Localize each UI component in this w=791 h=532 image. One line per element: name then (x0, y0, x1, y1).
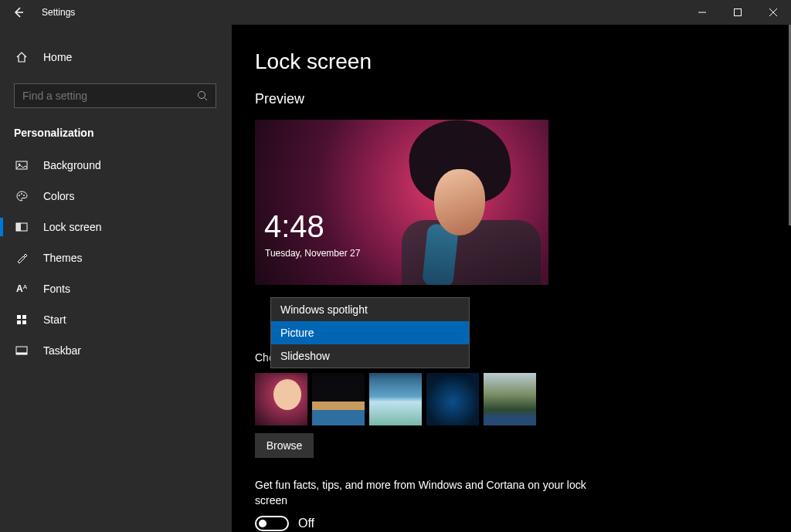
sidebar-item-label: Taskbar (43, 344, 81, 357)
sidebar-item-taskbar[interactable]: Taskbar (0, 335, 232, 366)
svg-rect-16 (17, 320, 21, 324)
sidebar-item-lock-screen[interactable]: Lock screen (0, 212, 232, 242)
minimize-button[interactable] (684, 0, 720, 25)
search-input[interactable] (22, 90, 197, 102)
thumbnail-4[interactable] (426, 373, 479, 425)
svg-line-6 (205, 98, 208, 101)
sidebar-item-themes[interactable]: Themes (0, 242, 232, 273)
lockscreen-icon (14, 221, 29, 233)
dropdown-option-spotlight[interactable]: Windows spotlight (271, 298, 469, 321)
svg-rect-19 (16, 353, 27, 355)
home-label: Home (43, 51, 72, 63)
window-controls (684, 0, 791, 25)
svg-rect-2 (735, 9, 742, 16)
sidebar-item-start[interactable]: Start (0, 304, 232, 335)
preview-heading: Preview (255, 91, 791, 107)
svg-rect-13 (16, 223, 21, 231)
fun-facts-toggle-state: Off (298, 517, 314, 530)
svg-point-5 (199, 92, 205, 99)
sidebar-item-label: Background (43, 159, 101, 171)
home-nav[interactable]: Home (0, 42, 232, 73)
svg-point-9 (19, 195, 20, 196)
svg-point-11 (23, 195, 25, 196)
back-button[interactable] (0, 0, 37, 25)
search-input-wrapper[interactable] (14, 83, 216, 108)
back-arrow-icon (12, 6, 25, 19)
lockscreen-preview: 4:48 Tuesday, November 27 (255, 120, 548, 285)
preview-time: 4:48 (264, 209, 324, 244)
svg-rect-14 (17, 315, 21, 319)
start-icon (14, 313, 29, 326)
sidebar-item-label: Start (43, 313, 66, 326)
picture-thumbnails (255, 373, 791, 425)
picture-icon (14, 159, 29, 171)
category-header: Personalization (0, 119, 232, 150)
maximize-button[interactable] (720, 0, 755, 25)
search-icon (197, 90, 208, 101)
preview-date: Tuesday, November 27 (265, 248, 360, 259)
svg-rect-17 (22, 320, 26, 324)
dropdown-option-picture[interactable]: Picture (271, 321, 469, 344)
svg-point-10 (21, 193, 22, 195)
home-icon (14, 51, 29, 63)
themes-icon (14, 252, 29, 264)
sidebar-item-background[interactable]: Background (0, 150, 232, 181)
sidebar-item-label: Lock screen (43, 221, 101, 233)
sidebar-item-label: Colors (43, 190, 74, 202)
main-content: Lock screen Preview 4:48 Tuesday, Novemb… (232, 25, 791, 532)
close-button[interactable] (755, 0, 791, 25)
taskbar-icon (14, 344, 29, 357)
window-title: Settings (42, 7, 684, 18)
dropdown-option-slideshow[interactable]: Slideshow (271, 344, 469, 368)
background-dropdown[interactable]: Windows spotlight Picture Slideshow (270, 297, 470, 368)
svg-rect-15 (22, 315, 26, 319)
sidebar-item-fonts[interactable]: AA Fonts (0, 273, 232, 304)
thumbnail-2[interactable] (312, 373, 365, 425)
page-title: Lock screen (255, 49, 791, 74)
thumbnail-1[interactable] (255, 373, 307, 425)
thumbnail-3[interactable] (369, 373, 422, 425)
browse-button[interactable]: Browse (255, 433, 314, 458)
thumbnail-5[interactable] (484, 373, 536, 425)
fun-facts-description: Get fun facts, tips, and more from Windo… (255, 478, 595, 508)
palette-icon (14, 190, 29, 202)
svg-rect-7 (16, 161, 27, 169)
titlebar: Settings (0, 0, 791, 25)
fun-facts-toggle[interactable] (255, 516, 289, 531)
preview-artwork (379, 127, 541, 285)
fonts-icon: AA (14, 283, 29, 294)
sidebar-item-colors[interactable]: Colors (0, 181, 232, 212)
sidebar-item-label: Themes (43, 252, 83, 264)
sidebar: Home Personalization Background Colors L… (0, 25, 232, 532)
sidebar-item-label: Fonts (43, 283, 70, 295)
